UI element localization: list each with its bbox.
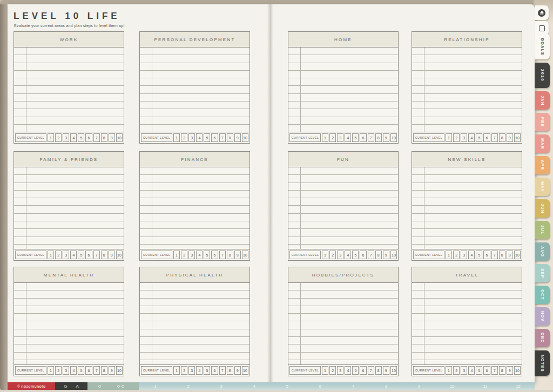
footer-link[interactable]: G [64,384,67,389]
level-cell[interactable]: 2 [329,366,336,375]
level-cell[interactable]: 7 [219,133,226,142]
level-cell[interactable]: 10 [390,366,397,375]
level-cell[interactable]: 9 [507,133,513,142]
level-cell[interactable]: 10 [390,251,397,259]
level-cell[interactable]: 2 [55,251,62,259]
level-cell[interactable]: 9 [383,366,389,375]
level-cell[interactable]: 6 [360,133,366,142]
level-cell[interactable]: 9 [109,366,115,375]
level-cell[interactable]: 3 [461,251,467,259]
level-cell[interactable]: 4 [345,133,351,142]
level-cell[interactable]: 7 [219,251,226,259]
level-cell[interactable]: 7 [491,133,498,142]
level-cell[interactable]: 8 [227,366,233,375]
footer-month-link[interactable]: 1 [139,382,172,390]
tab-dec[interactable]: DEC [535,329,550,347]
level-cell[interactable]: 5 [78,133,84,142]
level-cell[interactable]: 5 [78,251,84,259]
writing-area[interactable] [14,167,124,249]
level-cell[interactable]: 4 [196,366,203,375]
level-cell[interactable]: 6 [211,133,218,142]
level-cell[interactable]: 4 [70,133,77,142]
level-cell[interactable]: 10 [390,133,397,142]
level-cell[interactable]: 6 [483,133,490,142]
writing-area[interactable] [140,167,249,249]
level-cell[interactable]: 1 [322,133,328,142]
tab-nov[interactable]: NOV [535,307,550,326]
level-cell[interactable]: 7 [219,366,226,375]
level-cell[interactable]: 1 [446,133,452,142]
tab-mar[interactable]: MAR [535,134,550,153]
writing-area[interactable] [412,48,522,132]
level-cell[interactable]: 3 [63,251,69,259]
level-cell[interactable]: 3 [63,366,69,375]
writing-area[interactable] [288,48,398,132]
level-cell[interactable]: 6 [211,251,218,259]
level-cell[interactable]: 2 [181,133,187,142]
level-cell[interactable]: 1 [446,366,452,375]
level-cell[interactable]: 7 [93,133,100,142]
level-cell[interactable]: 3 [337,133,343,142]
level-cell[interactable]: 4 [468,366,475,375]
level-cell[interactable]: 5 [204,366,210,375]
tab-goals[interactable]: GOALS [535,33,550,59]
level-cell[interactable]: 3 [188,251,195,259]
level-cell[interactable]: 8 [499,251,505,259]
level-cell[interactable]: 4 [70,366,77,375]
level-cell[interactable]: 5 [78,366,84,375]
level-cell[interactable]: 2 [329,251,336,259]
tab-2026[interactable]: 2026 [535,63,550,88]
level-cell[interactable]: 5 [204,133,210,142]
level-cell[interactable]: 9 [234,251,241,259]
tab-oct[interactable]: OCT [535,286,550,304]
level-cell[interactable]: 10 [116,366,123,375]
tab-feb[interactable]: FEB [535,113,550,131]
level-cell[interactable]: 2 [453,133,460,142]
level-cell[interactable]: 3 [63,133,69,142]
level-cell[interactable]: 5 [204,251,210,259]
level-cell[interactable]: 10 [514,133,521,142]
level-cell[interactable]: 2 [453,251,460,259]
footer-month-link[interactable]: 2 [172,382,205,390]
tab-jan[interactable]: JAN [535,91,550,110]
level-cell[interactable]: 3 [461,366,467,375]
level-cell[interactable]: 6 [483,251,490,259]
footer-month-link[interactable]: 12 [502,382,535,390]
level-cell[interactable]: 6 [85,133,92,142]
level-cell[interactable]: 9 [109,133,115,142]
double-dot-icon[interactable] [117,385,124,388]
level-cell[interactable]: 3 [188,133,195,142]
level-cell[interactable]: 1 [173,251,180,259]
level-cell[interactable]: 7 [491,251,498,259]
level-cell[interactable]: 8 [375,251,382,259]
footer-month-link[interactable]: 11 [469,382,502,390]
level-cell[interactable]: 8 [227,133,233,142]
level-cell[interactable]: 9 [234,133,241,142]
level-cell[interactable]: 4 [70,251,77,259]
level-cell[interactable]: 4 [345,251,351,259]
level-cell[interactable]: 10 [242,133,248,142]
level-cell[interactable]: 5 [476,366,482,375]
level-cell[interactable]: 7 [93,366,100,375]
level-cell[interactable]: 8 [227,251,233,259]
level-cell[interactable]: 8 [375,366,382,375]
home-tab[interactable] [535,5,549,20]
footer-month-link[interactable]: 3 [205,382,238,390]
level-cell[interactable]: 2 [181,251,187,259]
level-cell[interactable]: 5 [352,251,359,259]
level-cell[interactable]: 5 [476,133,482,142]
level-cell[interactable]: 3 [461,133,467,142]
level-cell[interactable]: 7 [491,366,498,375]
tab-sep[interactable]: SEP [535,264,550,282]
level-cell[interactable]: 10 [514,366,521,375]
footer-month-link[interactable]: 7 [336,382,369,390]
level-cell[interactable]: 8 [499,133,505,142]
level-cell[interactable]: 7 [368,133,374,142]
level-cell[interactable]: 9 [383,251,389,259]
writing-area[interactable] [14,283,124,364]
level-cell[interactable]: 2 [55,133,62,142]
footer-link[interactable]: A [76,384,79,389]
level-cell[interactable]: 3 [337,251,343,259]
footer-month-link[interactable]: 4 [238,382,271,390]
tab-jun[interactable]: JUN [535,199,550,218]
